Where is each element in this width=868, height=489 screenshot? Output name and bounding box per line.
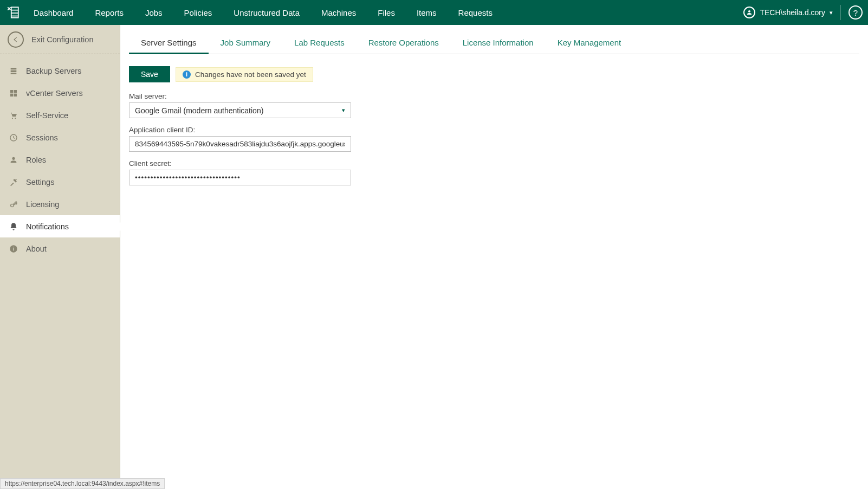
svg-rect-10 [14, 93, 17, 96]
client-id-label: Application client ID: [129, 126, 859, 134]
nav-items[interactable]: Items [417, 8, 437, 17]
exit-label: Exit Configuration [31, 35, 93, 44]
nav-dashboard[interactable]: Dashboard [34, 8, 73, 17]
sidebar-item-vcenter-servers[interactable]: vCenter Servers [0, 82, 120, 104]
svg-rect-8 [14, 90, 17, 93]
tab-restore-operations[interactable]: Restore Operations [357, 33, 451, 54]
info-icon: i [183, 70, 191, 79]
info-icon [9, 244, 18, 254]
sidebar-item-settings[interactable]: Settings [0, 171, 120, 193]
mail-server-label: Mail server: [129, 92, 859, 100]
server-icon [9, 66, 18, 76]
status-url: https://enterprise04.tech.local:9443/ind… [0, 478, 165, 489]
user-menu[interactable]: TECH\sheila.d.cory ▾ [743, 7, 833, 18]
sidebar-item-label: vCenter Servers [26, 89, 83, 98]
svg-point-12 [15, 118, 16, 119]
client-secret-input[interactable] [129, 170, 351, 185]
sidebar-item-label: Self-Service [26, 111, 68, 120]
sidebar-item-roles[interactable]: Roles [0, 149, 120, 171]
vcenter-icon [9, 88, 18, 98]
unsaved-changes-notice: i Changes have not been saved yet [176, 67, 313, 82]
notice-text: Changes have not been saved yet [195, 70, 306, 79]
key-icon [9, 200, 18, 209]
sidebar-item-label: Roles [26, 156, 46, 164]
tab-key-management[interactable]: Key Management [546, 33, 633, 54]
svg-rect-5 [11, 70, 17, 72]
mail-server-value: Google Gmail (modern authentication) [135, 106, 263, 115]
top-nav-items: Dashboard Reports Jobs Policies Unstruct… [34, 8, 743, 17]
divider [840, 5, 841, 20]
nav-reports[interactable]: Reports [95, 8, 124, 17]
tabs: Server SettingsJob SummaryLab RequestsRe… [129, 33, 859, 54]
nav-policies[interactable]: Policies [184, 8, 212, 17]
svg-point-14 [11, 204, 14, 207]
person-icon [9, 155, 18, 165]
mail-server-select[interactable]: Google Gmail (modern authentication) ▾ [129, 102, 351, 118]
clock-icon [9, 133, 18, 143]
svg-rect-17 [13, 247, 14, 247]
tab-server-settings[interactable]: Server Settings [129, 33, 209, 54]
exit-configuration[interactable]: Exit Configuration [0, 25, 120, 54]
sidebar-item-label: Sessions [26, 133, 58, 142]
svg-rect-6 [11, 73, 17, 74]
svg-rect-9 [10, 93, 13, 96]
svg-rect-16 [13, 248, 14, 250]
sidebar-item-label: Licensing [26, 200, 59, 209]
nav-unstructured-data[interactable]: Unstructured Data [234, 8, 300, 17]
cart-icon [9, 111, 18, 120]
client-id-input[interactable] [129, 136, 351, 152]
sidebar: Exit Configuration Backup ServersvCenter… [0, 25, 120, 489]
sidebar-item-label: About [26, 244, 47, 253]
tools-icon [9, 177, 18, 187]
tab-lab-requests[interactable]: Lab Requests [282, 33, 357, 54]
tab-job-summary[interactable]: Job Summary [209, 33, 283, 54]
help-button[interactable]: ? [848, 5, 863, 20]
chevron-down-icon: ▾ [342, 107, 345, 114]
sidebar-item-self-service[interactable]: Self-Service [0, 104, 120, 126]
user-icon [743, 7, 755, 18]
chevron-down-icon: ▾ [830, 9, 833, 16]
nav-machines[interactable]: Machines [321, 8, 356, 17]
nav-requests[interactable]: Requests [458, 8, 493, 17]
sidebar-item-label: Settings [26, 178, 54, 186]
sidebar-item-sessions[interactable]: Sessions [0, 126, 120, 149]
main-content: Server SettingsJob SummaryLab RequestsRe… [120, 25, 868, 489]
save-button[interactable]: Save [129, 66, 170, 82]
bell-icon [9, 222, 18, 231]
sidebar-item-about[interactable]: About [0, 237, 120, 260]
nav-jobs[interactable]: Jobs [145, 8, 163, 17]
top-nav: Dashboard Reports Jobs Policies Unstruct… [0, 0, 868, 25]
back-arrow-icon [8, 31, 24, 48]
nav-files[interactable]: Files [378, 8, 395, 17]
tab-license-information[interactable]: License Information [451, 33, 546, 54]
sidebar-item-label: Notifications [26, 222, 69, 231]
svg-rect-4 [11, 68, 17, 69]
sidebar-item-notifications[interactable]: Notifications [0, 215, 120, 237]
sidebar-item-licensing[interactable]: Licensing [0, 193, 120, 215]
user-name: TECH\sheila.d.cory [760, 8, 825, 17]
sidebar-item-label: Backup Servers [26, 67, 81, 75]
client-secret-label: Client secret: [129, 159, 859, 168]
svg-rect-7 [10, 90, 13, 93]
sidebar-item-backup-servers[interactable]: Backup Servers [0, 60, 120, 82]
svg-point-11 [12, 118, 13, 119]
app-logo-icon [5, 5, 21, 20]
